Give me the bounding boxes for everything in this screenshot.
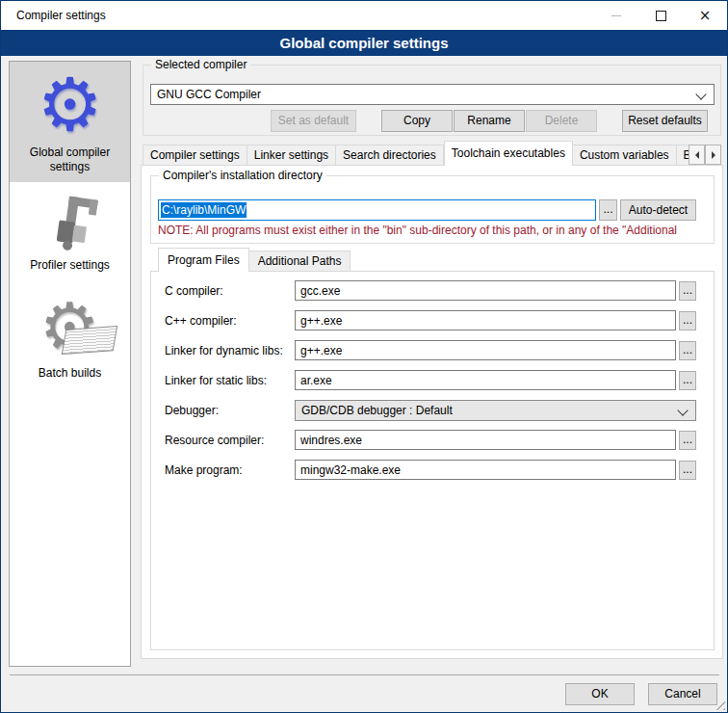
- cpp-compiler-input[interactable]: [295, 310, 676, 330]
- tab-scroll-left-icon: [695, 151, 699, 159]
- batch-builds-icon: ⚙: [39, 291, 100, 364]
- tab-scroll-right-button[interactable]: [705, 145, 721, 165]
- sidebar-item-label: Batch builds: [12, 366, 128, 381]
- dynamic-linker-input[interactable]: [295, 340, 676, 360]
- make-program-label: Make program:: [165, 463, 243, 477]
- maximize-button[interactable]: [638, 1, 683, 30]
- install-dir-selected-text: C:\raylib\MinGW: [161, 202, 247, 218]
- c-compiler-input[interactable]: [295, 280, 676, 301]
- static-linker-input[interactable]: [295, 370, 676, 390]
- tab-program-files[interactable]: Program Files: [158, 248, 249, 272]
- close-icon: ×: [699, 9, 712, 23]
- install-dir-input[interactable]: C:\raylib\MinGW: [158, 199, 596, 221]
- dynamic-linker-browse-button[interactable]: ...: [679, 341, 696, 360]
- tab-custom-variables[interactable]: Custom variables: [573, 145, 677, 166]
- make-program-browse-button[interactable]: ...: [679, 461, 696, 480]
- resource-compiler-browse-button[interactable]: ...: [679, 431, 696, 450]
- cancel-button[interactable]: Cancel: [648, 683, 717, 705]
- tab-compiler-settings[interactable]: Compiler settings: [143, 145, 247, 166]
- tab-additional-paths[interactable]: Additional Paths: [249, 251, 351, 272]
- tab-scroll-right-icon: [712, 151, 715, 159]
- make-program-input[interactable]: [295, 460, 676, 480]
- form-row: Linker for static libs: ...: [165, 370, 696, 392]
- static-linker-label: Linker for static libs:: [165, 374, 267, 387]
- window-title: Compiler settings: [16, 1, 106, 30]
- note-text: NOTE: All programs must exist either in …: [158, 224, 715, 237]
- group-label: Compiler's installation directory: [159, 169, 326, 182]
- copy-button[interactable]: Copy: [381, 110, 453, 132]
- form-row: C compiler: ...: [165, 280, 696, 303]
- sub-tabbar: Program Files Additional Paths: [158, 248, 351, 272]
- form-row: C++ compiler: ...: [165, 310, 696, 332]
- maximize-icon: [656, 11, 666, 21]
- form-row: Make program: ...: [165, 460, 696, 482]
- tab-search-directories[interactable]: Search directories: [336, 145, 444, 166]
- auto-detect-button[interactable]: Auto-detect: [620, 199, 696, 221]
- tab-scroll-left-button[interactable]: [689, 145, 705, 165]
- compiler-settings-dialog: Compiler settings × Global compiler sett…: [0, 0, 728, 713]
- group-label: Selected compiler: [151, 58, 250, 71]
- form-row: Resource compiler: ...: [165, 430, 696, 452]
- compiler-select-value: GNU GCC Compiler: [157, 88, 261, 101]
- debugger-dropdown-value: GDB/CDB debugger : Default: [301, 404, 453, 417]
- page-title: Global compiler settings: [1, 30, 727, 56]
- gear-icon: ⚙: [12, 66, 128, 144]
- c-compiler-label: C compiler:: [165, 284, 223, 298]
- delete-button[interactable]: Delete: [526, 110, 597, 132]
- tab-build-options-truncated[interactable]: Builc: [677, 145, 689, 166]
- minimize-button[interactable]: [594, 1, 638, 30]
- chevron-down-icon: [695, 89, 706, 99]
- main-tabbar: Compiler settings Linker settings Search…: [143, 141, 689, 166]
- close-button[interactable]: ×: [683, 1, 727, 30]
- caption-buttons: ×: [594, 1, 727, 30]
- cpp-compiler-label: C++ compiler:: [165, 314, 237, 328]
- c-compiler-browse-button[interactable]: ...: [679, 281, 696, 301]
- reset-defaults-button[interactable]: Reset defaults: [622, 110, 708, 132]
- tab-linker-settings[interactable]: Linker settings: [247, 145, 336, 166]
- form-row: Debugger: GDB/CDB debugger : Default: [165, 400, 696, 422]
- sidebar-item-profiler-settings[interactable]: Profiler settings: [10, 188, 130, 280]
- ok-button[interactable]: OK: [565, 683, 635, 705]
- rename-button[interactable]: Rename: [454, 110, 525, 132]
- sidebar-item-global-compiler-settings[interactable]: ⚙ Global compiler settings: [10, 62, 130, 182]
- compiler-select[interactable]: GNU GCC Compiler: [150, 84, 715, 105]
- form-row: Linker for dynamic libs: ...: [165, 340, 696, 362]
- debugger-label: Debugger:: [165, 404, 219, 417]
- set-as-default-button[interactable]: Set as default: [271, 110, 356, 132]
- tab-toolchain-executables[interactable]: Toolchain executables: [444, 141, 573, 166]
- footer-divider: [10, 674, 719, 675]
- minimize-icon: [611, 15, 621, 16]
- caliper-icon: [39, 195, 101, 256]
- sidebar-item-label: Profiler settings: [12, 258, 128, 273]
- dynamic-linker-label: Linker for dynamic libs:: [165, 344, 283, 357]
- sidebar-item-batch-builds[interactable]: ⚙ Batch builds: [10, 286, 130, 388]
- resource-compiler-input[interactable]: [295, 430, 676, 450]
- static-linker-browse-button[interactable]: ...: [679, 371, 696, 390]
- install-dir-browse-button[interactable]: ...: [599, 199, 617, 221]
- chevron-down-icon: [677, 405, 688, 415]
- sidebar-item-label: Global compiler settings: [12, 145, 128, 174]
- cpp-compiler-browse-button[interactable]: ...: [679, 311, 696, 330]
- resource-compiler-label: Resource compiler:: [165, 434, 264, 447]
- titlebar: Compiler settings ×: [1, 1, 727, 30]
- sidebar: ⚙ Global compiler settings Profiler sett…: [9, 61, 131, 667]
- paper-stack-icon: [62, 326, 118, 355]
- debugger-dropdown[interactable]: GDB/CDB debugger : Default: [295, 400, 696, 421]
